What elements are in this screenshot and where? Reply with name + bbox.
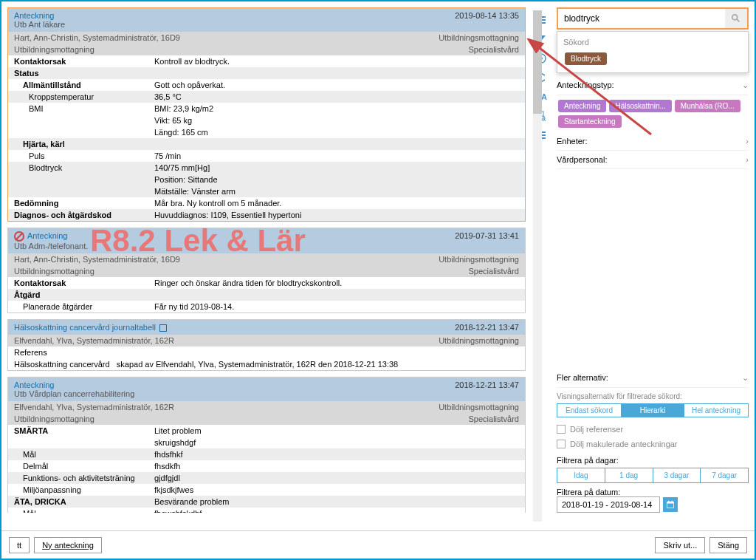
note-care: Specialistvård xyxy=(469,414,519,423)
note-card: Anteckning 2018-12-21 13:47 Utb Vårdplan… xyxy=(7,377,526,513)
note-body: Kontaktorsak Kontroll av blodtryck. Stat… xyxy=(8,55,525,221)
field-label: Blodtryck xyxy=(14,163,154,172)
chevron-down-icon: ⌄ xyxy=(742,373,749,383)
checkbox-row[interactable]: Dölj makulerade anteckningar xyxy=(557,437,749,451)
day-button[interactable]: 7 dagar xyxy=(701,468,748,482)
date-range-input[interactable] xyxy=(557,496,660,513)
field-value: Huvuddiagnos: I109, Essentiell hypertoni xyxy=(154,211,519,219)
note-type-tag[interactable]: Munhälsa (RO... xyxy=(675,100,740,112)
checkbox-label: Dölj referenser xyxy=(570,425,623,434)
note-meta2: Utbildningsmottagning Specialistvård xyxy=(8,44,525,55)
day-button[interactable]: 3 dagar xyxy=(653,468,701,482)
units-expand[interactable]: Enheter: › xyxy=(557,132,749,151)
note-unit: Utbildningsmottagning xyxy=(439,336,519,345)
field-row: ÄTA, DRICKA Besvärande problem xyxy=(8,496,525,508)
field-row: Delmål fhsdkfh xyxy=(8,460,525,472)
note-type-tag[interactable]: Anteckning xyxy=(558,100,606,112)
field-value: fhewshfskdhf xyxy=(154,509,519,513)
day-button[interactable]: Idag xyxy=(557,468,605,482)
calendar-icon[interactable] xyxy=(663,497,678,512)
field-value: Vikt: 65 kg xyxy=(154,116,519,125)
field-value: 140/75 mm[Hg] xyxy=(154,163,519,172)
field-row: Åtgärd xyxy=(8,289,525,301)
note-type-tag[interactable]: Hälsoskattnin... xyxy=(609,100,671,112)
field-row: SMÄRTA Litet problem xyxy=(8,425,525,437)
note-body: SMÄRTA Litet problem skruigshdgf Mål fhd… xyxy=(8,425,525,513)
note-date: 2018-12-21 13:47 xyxy=(455,380,519,389)
checkbox[interactable] xyxy=(557,440,566,448)
field-value: skruigshdgf xyxy=(154,438,519,447)
field-row: Status xyxy=(8,67,525,79)
note-type-expand[interactable]: Anteckningstyp: ⌄ xyxy=(557,76,749,95)
note-type-label: Anteckningstyp: xyxy=(557,81,614,90)
field-row: Blodtryck 140/75 mm[Hg] xyxy=(8,162,525,174)
new-note-button[interactable]: Ny anteckning xyxy=(34,537,102,553)
field-label: Mål xyxy=(14,450,154,459)
note-header[interactable]: Anteckning 2019-08-14 13:35 Utb Ant läka… xyxy=(8,8,525,32)
field-value: Mätställe: Vänster arm xyxy=(154,187,519,196)
view-tab[interactable]: Hel anteckning xyxy=(684,404,748,417)
note-header[interactable]: Hälsoskattning cancervård journaltabell … xyxy=(8,320,525,335)
view-tab[interactable]: Endast sökord xyxy=(557,404,621,417)
field-value: Mår bra. Ny kontroll om 5 månader. xyxy=(154,199,519,208)
note-author: Elfvendahl, Ylva, Systemadministratör, 1… xyxy=(14,336,174,345)
field-label: Kontaktorsak xyxy=(14,279,154,287)
field-row: Mål fhewshfskdhf xyxy=(8,508,525,513)
field-label: Planerade åtgärder xyxy=(14,302,154,311)
field-value: BMI: 23,9 kg/m2 xyxy=(154,104,519,113)
ref-detail: skapad av Elfvendahl, Ylva, Systemadmini… xyxy=(117,360,398,369)
scrollbar[interactable] xyxy=(533,10,542,522)
note-author: Hart, Ann-Christin, Systemadministratör,… xyxy=(14,255,180,264)
search-input[interactable] xyxy=(558,9,725,28)
note-body: Referens Hälsoskattning cancervård skapa… xyxy=(8,346,525,370)
note-meta: Elfvendahl, Ylva, Systemadministratör, 1… xyxy=(8,335,525,346)
tt-button[interactable]: tt xyxy=(9,537,30,553)
svg-rect-18 xyxy=(668,501,670,502)
checkbox[interactable] xyxy=(557,425,566,434)
search-button[interactable] xyxy=(725,9,747,28)
field-value: gjdfgjdl xyxy=(154,474,519,482)
more-expand[interactable]: Fler alternativ: ⌄ xyxy=(557,369,749,388)
note-dept: Utbildningsmottagning xyxy=(14,267,94,276)
scrollbar-thumb[interactable] xyxy=(533,10,542,114)
checkbox-row[interactable]: Dölj referenser xyxy=(557,422,749,437)
field-label: Kroppstemperatur xyxy=(14,92,154,101)
note-meta2: Utbildningsmottagning Specialistvård xyxy=(8,265,525,277)
field-label: SMÄRTA xyxy=(14,426,154,435)
cancel-icon xyxy=(14,231,24,242)
note-type-tag[interactable]: Startanteckning xyxy=(558,115,622,128)
staff-expand[interactable]: Vårdpersonal: › xyxy=(557,151,749,169)
view-tab[interactable]: Hierarki xyxy=(621,404,684,417)
filter-panel: Sökord Blodtryck LäkareSjuksköterskaSyst… xyxy=(557,7,749,513)
field-value: 36,5 °C xyxy=(154,92,519,101)
view-options-label: Visningsalternativ för filtrerade sökord… xyxy=(557,392,749,400)
note-header[interactable]: Anteckning 2019-07-31 13:41 Utb Adm-/tel… xyxy=(8,228,525,253)
close-button[interactable]: Stäng xyxy=(709,537,747,553)
note-meta: Elfvendahl, Ylva, Systemadministratör, 1… xyxy=(8,401,525,413)
note-date: 2018-12-21 13:47 xyxy=(455,323,519,332)
field-value: fhsdkfh xyxy=(154,462,519,471)
field-value: Längd: 165 cm xyxy=(154,128,519,137)
note-subtitle: Utb Ant läkare xyxy=(14,20,519,29)
note-author: Elfvendahl, Ylva, Systemadministratör, 1… xyxy=(14,403,174,412)
field-row: BMI BMI: 23,9 kg/m2 xyxy=(8,103,525,115)
field-label: Bedömning xyxy=(14,199,154,208)
field-label: Diagnos- och åtgärdskod xyxy=(14,211,154,219)
field-label: Status xyxy=(14,69,154,78)
print-button[interactable]: Skriv ut... xyxy=(655,537,705,553)
day-filter-label: Filtrera på dagar: xyxy=(557,456,749,465)
note-dept: Utbildningsmottagning xyxy=(14,414,94,423)
day-button[interactable]: 1 dag xyxy=(605,468,653,482)
note-header[interactable]: Anteckning 2018-12-21 13:47 Utb Vårdplan… xyxy=(8,378,525,401)
note-card: Hälsoskattning cancervård journaltabell … xyxy=(7,319,526,371)
dropdown-tag-blodtryck[interactable]: Blodtryck xyxy=(565,52,607,65)
svg-line-10 xyxy=(544,120,546,121)
svg-line-15 xyxy=(737,19,740,22)
svg-rect-17 xyxy=(667,502,674,503)
field-label: Åtgärd xyxy=(14,290,154,299)
field-label: Kontaktorsak xyxy=(14,57,154,66)
field-value xyxy=(154,69,519,78)
field-label xyxy=(14,128,154,137)
field-label: Hjärta, kärl xyxy=(14,140,154,148)
field-value: 75 /min xyxy=(154,151,519,160)
